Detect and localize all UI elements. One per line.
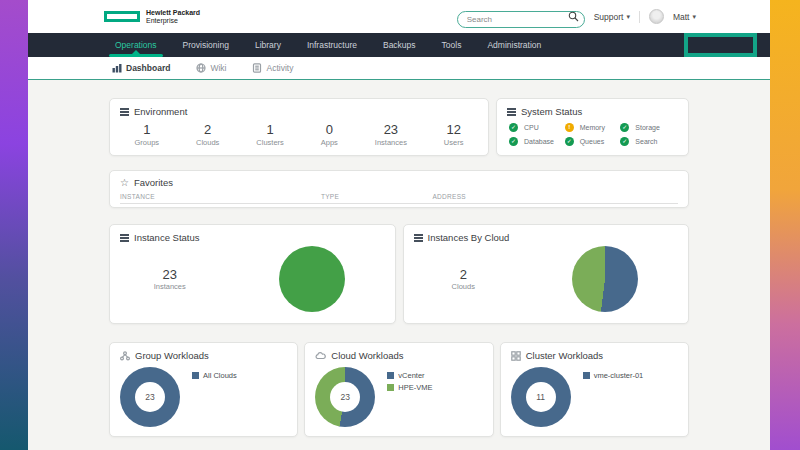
stat-users[interactable]: 12 Users: [444, 122, 464, 147]
subnav-item-dashboard[interactable]: Dashboard: [112, 63, 170, 73]
donut-center-value: 23: [120, 367, 180, 427]
environment-stats: 1 Groups 2 Clouds 1 Clusters: [110, 117, 488, 147]
sub-nav: Dashboard Wiki Activity: [28, 57, 770, 80]
top-bar: Hewlett Packard Enterprise Support ▾: [28, 0, 770, 33]
legend-swatch: [583, 372, 590, 379]
status-queues: Queues: [565, 137, 621, 146]
column-instance: INSTANCE: [120, 193, 321, 200]
header-divider: [639, 11, 640, 23]
bar-chart-icon: [112, 63, 122, 73]
favorites-table-header: INSTANCE TYPE ADDRESS: [120, 193, 678, 204]
group-icon: [120, 351, 130, 361]
logo-line1: Hewlett Packard: [146, 9, 200, 17]
check-circle-icon: [565, 137, 574, 146]
donut-center-value: 11: [511, 367, 571, 427]
legend-swatch: [387, 384, 394, 391]
legend-item[interactable]: HPE-VME: [387, 383, 432, 392]
instances-by-cloud-card: Instances By Cloud 2 Clouds: [403, 224, 690, 324]
cluster-workloads-donut-chart[interactable]: 11: [511, 367, 571, 427]
nav-item-administration[interactable]: Administration: [474, 33, 554, 57]
stack-icon: [507, 108, 516, 116]
nav-item-infrastructure[interactable]: Infrastructure: [294, 33, 370, 57]
card-title: Environment: [134, 106, 187, 117]
check-circle-icon: [620, 137, 629, 146]
stat-clouds[interactable]: 2 Clouds: [196, 122, 219, 147]
cloud-icon: [315, 351, 326, 361]
cluster-workloads-legend: vme-cluster-01: [583, 371, 644, 427]
check-circle-icon: [509, 137, 518, 146]
top-right-controls: Support ▾ Matt ▾: [457, 8, 696, 25]
group-workloads-card: Group Workloads 23 All Clouds: [109, 342, 298, 437]
column-type: TYPE: [321, 193, 433, 200]
support-label: Support: [594, 12, 624, 22]
instance-status-pie-chart[interactable]: [279, 246, 345, 312]
legend-swatch: [192, 372, 199, 379]
status-database: Database: [509, 137, 565, 146]
status-memory: Memory: [565, 123, 621, 132]
main-nav: Operations Provisioning Library Infrastr…: [28, 33, 770, 57]
search-icon[interactable]: [568, 11, 579, 22]
left-gradient-strip: [0, 0, 28, 450]
subnav-item-wiki[interactable]: Wiki: [196, 63, 226, 73]
check-circle-icon: [620, 123, 629, 132]
legend-item[interactable]: vCenter: [387, 371, 432, 380]
hpe-logo[interactable]: Hewlett Packard Enterprise: [104, 9, 200, 25]
subnav-item-activity[interactable]: Activity: [252, 63, 293, 73]
subnav-label: Activity: [266, 63, 293, 73]
nav-item-backups[interactable]: Backups: [370, 33, 429, 57]
warning-circle-icon: [565, 123, 574, 132]
cloud-workloads-legend: vCenter HPE-VME: [387, 371, 432, 427]
right-gradient-strip: [770, 0, 800, 450]
card-title: Instance Status: [134, 232, 199, 243]
star-icon: ☆: [120, 178, 129, 188]
donut-center-value: 23: [315, 367, 375, 427]
card-title: Cluster Workloads: [526, 350, 603, 361]
environment-card: Environment 1 Groups 2 Clouds: [109, 98, 489, 156]
stat-clusters[interactable]: 1 Clusters: [256, 122, 284, 147]
group-workloads-donut-chart[interactable]: 23: [120, 367, 180, 427]
activity-doc-icon: [252, 63, 262, 73]
logo-line2: Enterprise: [146, 17, 200, 25]
hpe-logo-rect-icon: [104, 11, 140, 22]
nav-item-operations[interactable]: Operations: [102, 33, 170, 57]
card-title: Instances By Cloud: [428, 232, 510, 243]
search-input[interactable]: [457, 11, 585, 28]
instances-by-cloud-stat: 2 Clouds: [404, 267, 523, 291]
chevron-down-icon: ▾: [692, 13, 696, 21]
stack-icon: [414, 234, 423, 242]
status-cpu: CPU: [509, 123, 565, 132]
user-name: Matt: [673, 12, 690, 22]
nav-item-tools[interactable]: Tools: [429, 33, 475, 57]
system-status-grid: CPU Memory Storage: [497, 117, 688, 146]
favorites-card: ☆ Favorites INSTANCE TYPE ADDRESS: [109, 170, 689, 208]
system-status-card: System Status CPU Memory: [496, 98, 689, 156]
legend-item[interactable]: All Clouds: [192, 371, 237, 380]
card-title: Cloud Workloads: [331, 350, 403, 361]
card-title: Group Workloads: [135, 350, 209, 361]
card-title: System Status: [521, 106, 582, 117]
hpe-logo-text: Hewlett Packard Enterprise: [146, 9, 200, 25]
card-title: Favorites: [134, 177, 173, 188]
subnav-label: Dashboard: [126, 63, 170, 73]
support-menu[interactable]: Support ▾: [594, 12, 630, 22]
instance-status-card: Instance Status 23 Instances: [109, 224, 396, 324]
globe-icon: [196, 63, 206, 73]
nav-item-library[interactable]: Library: [242, 33, 294, 57]
status-storage: Storage: [620, 123, 676, 132]
legend-swatch: [387, 372, 394, 379]
instances-by-cloud-pie-chart[interactable]: [572, 246, 638, 312]
stat-groups[interactable]: 1 Groups: [134, 122, 159, 147]
nav-item-provisioning[interactable]: Provisioning: [170, 33, 242, 57]
user-menu[interactable]: Matt ▾: [673, 12, 696, 22]
cloud-workloads-donut-chart[interactable]: 23: [315, 367, 375, 427]
cluster-icon: [511, 351, 521, 361]
stack-icon: [120, 108, 129, 116]
avatar[interactable]: [649, 9, 664, 24]
dashboard-content: Environment 1 Groups 2 Clouds: [28, 80, 770, 450]
nav-highlight-box: [684, 33, 757, 57]
stat-apps[interactable]: 0 Apps: [321, 122, 338, 147]
stat-instances[interactable]: 23 Instances: [375, 122, 407, 147]
legend-item[interactable]: vme-cluster-01: [583, 371, 644, 380]
app-window: Hewlett Packard Enterprise Support ▾: [28, 0, 770, 450]
subnav-label: Wiki: [210, 63, 226, 73]
